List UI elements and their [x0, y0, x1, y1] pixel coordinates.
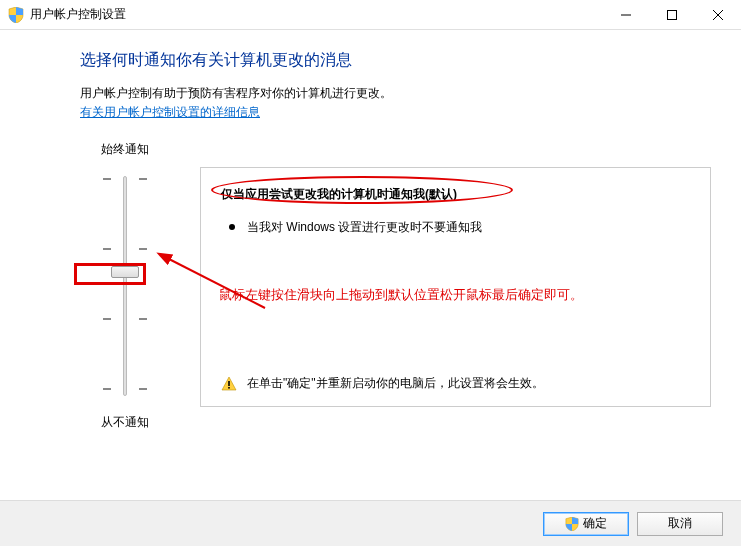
notification-level-title: 仅当应用尝试更改我的计算机时通知我(默认)	[221, 186, 457, 203]
cancel-button-label: 取消	[668, 515, 692, 532]
warning-row: 在单击"确定"并重新启动你的电脑后，此设置将会生效。	[221, 374, 690, 392]
page-heading: 选择何时通知你有关计算机更改的消息	[80, 50, 711, 71]
controls-row: 始终通知 从不通知 仅当应用尝试更改我的计算机时通知我(默认) 当我对 Wind…	[80, 141, 711, 431]
bullet-row: 当我对 Windows 设置进行更改时不要通知我	[221, 219, 690, 236]
titlebar: 用户帐户控制设置	[0, 0, 741, 30]
slider-column: 始终通知 从不通知	[80, 141, 170, 431]
cancel-button[interactable]: 取消	[637, 512, 723, 536]
page-description: 用户帐户控制有助于预防有害程序对你的计算机进行更改。	[80, 85, 711, 102]
slider-label-always: 始终通知	[80, 141, 170, 158]
slider-label-never: 从不通知	[80, 414, 170, 431]
slider-thumb[interactable]	[111, 266, 139, 278]
window-title: 用户帐户控制设置	[30, 6, 126, 23]
svg-rect-5	[228, 387, 230, 389]
info-panel: 仅当应用尝试更改我的计算机时通知我(默认) 当我对 Windows 设置进行更改…	[200, 167, 711, 407]
annotation-text: 鼠标左键按住滑块向上拖动到默认位置松开鼠标最后确定即可。	[219, 286, 700, 304]
footer: 确定 取消	[0, 500, 741, 546]
uac-shield-icon	[565, 517, 579, 531]
ok-button-label: 确定	[583, 515, 607, 532]
ok-button[interactable]: 确定	[543, 512, 629, 536]
warning-text: 在单击"确定"并重新启动你的电脑后，此设置将会生效。	[247, 374, 544, 392]
minimize-button[interactable]	[603, 0, 649, 30]
bullet-icon	[229, 224, 235, 230]
uac-slider[interactable]	[95, 166, 155, 406]
maximize-button[interactable]	[649, 0, 695, 30]
svg-rect-1	[668, 10, 677, 19]
help-link[interactable]: 有关用户帐户控制设置的详细信息	[80, 105, 260, 119]
warning-icon	[221, 376, 237, 392]
svg-rect-4	[228, 381, 230, 386]
content-area: 选择何时通知你有关计算机更改的消息 用户帐户控制有助于预防有害程序对你的计算机进…	[0, 30, 741, 431]
bullet-text: 当我对 Windows 设置进行更改时不要通知我	[247, 219, 482, 236]
close-button[interactable]	[695, 0, 741, 30]
uac-shield-icon	[8, 7, 24, 23]
window-controls	[603, 0, 741, 30]
